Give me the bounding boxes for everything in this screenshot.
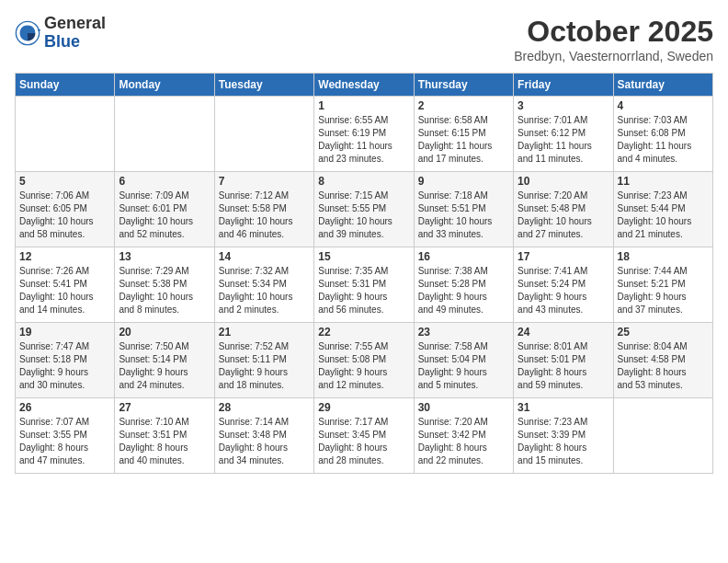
day-info: Sunrise: 7:29 AM Sunset: 5:38 PM Dayligh… xyxy=(119,265,210,316)
day-number: 31 xyxy=(518,401,609,414)
day-info: Sunrise: 7:06 AM Sunset: 6:05 PM Dayligh… xyxy=(19,190,110,241)
calendar-week-1: 5Sunrise: 7:06 AM Sunset: 6:05 PM Daylig… xyxy=(16,172,713,247)
day-number: 1 xyxy=(318,99,409,112)
day-info: Sunrise: 7:01 AM Sunset: 6:12 PM Dayligh… xyxy=(518,114,609,166)
day-info: Sunrise: 7:20 AM Sunset: 5:48 PM Dayligh… xyxy=(518,190,609,241)
calendar-cell: 19Sunrise: 7:47 AM Sunset: 5:18 PM Dayli… xyxy=(16,323,115,398)
day-number: 20 xyxy=(119,326,210,339)
day-number: 19 xyxy=(19,326,110,339)
day-number: 25 xyxy=(618,326,709,339)
calendar-cell: 15Sunrise: 7:35 AM Sunset: 5:31 PM Dayli… xyxy=(314,247,414,323)
weekday-header-tuesday: Tuesday xyxy=(214,74,313,97)
day-number: 28 xyxy=(219,401,310,414)
day-number: 26 xyxy=(19,401,110,414)
calendar-cell: 6Sunrise: 7:09 AM Sunset: 6:01 PM Daylig… xyxy=(115,172,214,247)
calendar-cell: 18Sunrise: 7:44 AM Sunset: 5:21 PM Dayli… xyxy=(613,247,712,323)
day-number: 4 xyxy=(618,99,709,112)
calendar-cell: 8Sunrise: 7:15 AM Sunset: 5:55 PM Daylig… xyxy=(314,172,414,247)
calendar-week-3: 19Sunrise: 7:47 AM Sunset: 5:18 PM Dayli… xyxy=(16,323,713,398)
calendar-week-0: 1Sunrise: 6:55 AM Sunset: 6:19 PM Daylig… xyxy=(16,97,713,172)
day-info: Sunrise: 7:52 AM Sunset: 5:11 PM Dayligh… xyxy=(219,340,310,392)
weekday-header-sunday: Sunday xyxy=(16,74,115,97)
weekday-header-friday: Friday xyxy=(514,74,613,97)
calendar-cell: 26Sunrise: 7:07 AM Sunset: 3:55 PM Dayli… xyxy=(16,398,115,474)
location-text: Bredbyn, Vaesternorrland, Sweden xyxy=(514,49,713,63)
day-info: Sunrise: 7:41 AM Sunset: 5:24 PM Dayligh… xyxy=(518,265,609,316)
day-info: Sunrise: 6:55 AM Sunset: 6:19 PM Dayligh… xyxy=(318,114,409,166)
day-info: Sunrise: 7:17 AM Sunset: 3:45 PM Dayligh… xyxy=(318,416,409,467)
calendar-cell: 1Sunrise: 6:55 AM Sunset: 6:19 PM Daylig… xyxy=(314,97,414,172)
day-info: Sunrise: 7:18 AM Sunset: 5:51 PM Dayligh… xyxy=(418,190,509,241)
logo: General Blue xyxy=(15,15,106,52)
calendar-cell: 30Sunrise: 7:20 AM Sunset: 3:42 PM Dayli… xyxy=(414,398,513,474)
calendar-cell: 27Sunrise: 7:10 AM Sunset: 3:51 PM Dayli… xyxy=(115,398,214,474)
calendar-cell: 13Sunrise: 7:29 AM Sunset: 5:38 PM Dayli… xyxy=(115,247,214,323)
calendar-cell: 24Sunrise: 8:01 AM Sunset: 5:01 PM Dayli… xyxy=(514,323,613,398)
weekday-header-row: SundayMondayTuesdayWednesdayThursdayFrid… xyxy=(16,74,713,97)
day-info: Sunrise: 8:04 AM Sunset: 4:58 PM Dayligh… xyxy=(618,340,709,392)
day-info: Sunrise: 7:50 AM Sunset: 5:14 PM Dayligh… xyxy=(119,340,210,392)
calendar-table: SundayMondayTuesdayWednesdayThursdayFrid… xyxy=(15,73,713,474)
calendar-cell: 9Sunrise: 7:18 AM Sunset: 5:51 PM Daylig… xyxy=(414,172,513,247)
day-number: 14 xyxy=(219,250,310,263)
logo-blue-text: Blue xyxy=(44,33,106,52)
calendar-cell: 2Sunrise: 6:58 AM Sunset: 6:15 PM Daylig… xyxy=(414,97,513,172)
day-number: 27 xyxy=(119,401,210,414)
calendar-week-4: 26Sunrise: 7:07 AM Sunset: 3:55 PM Dayli… xyxy=(16,398,713,474)
day-number: 6 xyxy=(119,175,210,188)
calendar-cell: 17Sunrise: 7:41 AM Sunset: 5:24 PM Dayli… xyxy=(514,247,613,323)
calendar-cell: 11Sunrise: 7:23 AM Sunset: 5:44 PM Dayli… xyxy=(613,172,712,247)
day-number: 11 xyxy=(618,175,709,188)
calendar-cell: 31Sunrise: 7:23 AM Sunset: 3:39 PM Dayli… xyxy=(514,398,613,474)
day-number: 8 xyxy=(318,175,409,188)
logo-icon xyxy=(15,20,40,46)
day-info: Sunrise: 7:03 AM Sunset: 6:08 PM Dayligh… xyxy=(618,114,709,166)
weekday-header-thursday: Thursday xyxy=(414,74,513,97)
calendar-cell xyxy=(613,398,712,474)
weekday-header-saturday: Saturday xyxy=(613,74,712,97)
calendar-cell: 20Sunrise: 7:50 AM Sunset: 5:14 PM Dayli… xyxy=(115,323,214,398)
day-number: 15 xyxy=(318,250,409,263)
calendar-cell: 21Sunrise: 7:52 AM Sunset: 5:11 PM Dayli… xyxy=(214,323,313,398)
day-number: 29 xyxy=(318,401,409,414)
weekday-header-wednesday: Wednesday xyxy=(314,74,414,97)
day-number: 17 xyxy=(518,250,609,263)
day-info: Sunrise: 7:47 AM Sunset: 5:18 PM Dayligh… xyxy=(19,340,110,392)
calendar-cell: 12Sunrise: 7:26 AM Sunset: 5:41 PM Dayli… xyxy=(16,247,115,323)
calendar-week-2: 12Sunrise: 7:26 AM Sunset: 5:41 PM Dayli… xyxy=(16,247,713,323)
day-info: Sunrise: 7:10 AM Sunset: 3:51 PM Dayligh… xyxy=(119,416,210,467)
calendar-cell: 5Sunrise: 7:06 AM Sunset: 6:05 PM Daylig… xyxy=(16,172,115,247)
calendar-cell: 23Sunrise: 7:58 AM Sunset: 5:04 PM Dayli… xyxy=(414,323,513,398)
day-number: 23 xyxy=(418,326,509,339)
day-number: 9 xyxy=(418,175,509,188)
day-info: Sunrise: 7:55 AM Sunset: 5:08 PM Dayligh… xyxy=(318,340,409,392)
title-block: October 2025 Bredbyn, Vaesternorrland, S… xyxy=(514,15,713,63)
logo-general-text: General xyxy=(44,15,106,33)
logo-text: General Blue xyxy=(44,15,106,52)
calendar-cell: 7Sunrise: 7:12 AM Sunset: 5:58 PM Daylig… xyxy=(214,172,313,247)
day-info: Sunrise: 7:32 AM Sunset: 5:34 PM Dayligh… xyxy=(219,265,310,316)
day-info: Sunrise: 7:26 AM Sunset: 5:41 PM Dayligh… xyxy=(19,265,110,316)
calendar-cell: 25Sunrise: 8:04 AM Sunset: 4:58 PM Dayli… xyxy=(613,323,712,398)
day-number: 3 xyxy=(518,99,609,112)
day-info: Sunrise: 7:12 AM Sunset: 5:58 PM Dayligh… xyxy=(219,190,310,241)
day-info: Sunrise: 7:38 AM Sunset: 5:28 PM Dayligh… xyxy=(418,265,509,316)
calendar-cell: 16Sunrise: 7:38 AM Sunset: 5:28 PM Dayli… xyxy=(414,247,513,323)
day-info: Sunrise: 7:58 AM Sunset: 5:04 PM Dayligh… xyxy=(418,340,509,392)
calendar-cell: 10Sunrise: 7:20 AM Sunset: 5:48 PM Dayli… xyxy=(514,172,613,247)
day-info: Sunrise: 7:23 AM Sunset: 3:39 PM Dayligh… xyxy=(518,416,609,467)
day-info: Sunrise: 7:23 AM Sunset: 5:44 PM Dayligh… xyxy=(618,190,709,241)
calendar-cell: 22Sunrise: 7:55 AM Sunset: 5:08 PM Dayli… xyxy=(314,323,414,398)
calendar-cell: 14Sunrise: 7:32 AM Sunset: 5:34 PM Dayli… xyxy=(214,247,313,323)
weekday-header-monday: Monday xyxy=(115,74,214,97)
calendar-cell: 4Sunrise: 7:03 AM Sunset: 6:08 PM Daylig… xyxy=(613,97,712,172)
page-header: General Blue October 2025 Bredbyn, Vaest… xyxy=(15,15,713,63)
day-number: 7 xyxy=(219,175,310,188)
calendar-header: SundayMondayTuesdayWednesdayThursdayFrid… xyxy=(16,74,713,97)
calendar-cell xyxy=(16,97,115,172)
month-title: October 2025 xyxy=(514,15,713,49)
day-number: 10 xyxy=(518,175,609,188)
day-number: 16 xyxy=(418,250,509,263)
day-info: Sunrise: 7:15 AM Sunset: 5:55 PM Dayligh… xyxy=(318,190,409,241)
day-info: Sunrise: 7:14 AM Sunset: 3:48 PM Dayligh… xyxy=(219,416,310,467)
